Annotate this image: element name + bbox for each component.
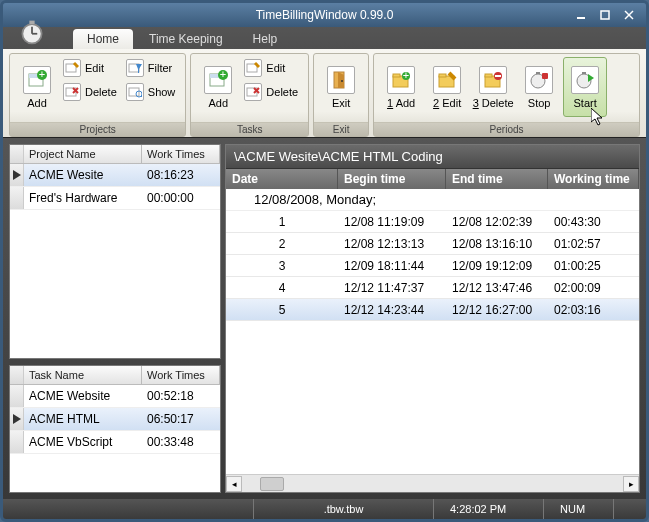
work-time-cell: 08:16:23	[142, 168, 220, 182]
label: Exit	[332, 97, 350, 109]
projects-delete-button[interactable]: Delete	[61, 81, 122, 103]
status-file: .tbw.tbw	[253, 499, 433, 519]
periods-body[interactable]: 12/08/2008, Monday; 1 12/08 11:19:09 12/…	[226, 189, 639, 474]
label: Add	[209, 97, 229, 109]
tab-help[interactable]: Help	[239, 29, 292, 49]
end-time-cell: 12/09 19:12:09	[446, 259, 548, 273]
scroll-right-arrow[interactable]: ▸	[623, 476, 639, 492]
begin-time-cell: 12/09 18:11:44	[338, 259, 446, 273]
grid-edit-icon	[63, 59, 81, 77]
projects-filter-button[interactable]: Filter	[124, 57, 181, 79]
col-work-times[interactable]: Work Times	[142, 366, 220, 384]
app-stopwatch-icon	[18, 18, 46, 46]
label: 2 Edit	[433, 97, 461, 109]
tasks-add-button[interactable]: + Add	[196, 57, 240, 117]
ribbon: + Add Edit Delete Filter	[3, 49, 646, 137]
task-row[interactable]: ACME VbScript 00:33:48	[10, 431, 220, 454]
periods-header: Date Begin time End time Working time	[226, 169, 639, 189]
exit-door-icon	[327, 66, 355, 94]
tasks-delete-button[interactable]: Delete	[242, 81, 303, 103]
task-name-cell: ACME VbScript	[24, 435, 142, 449]
project-row[interactable]: ACME Wesite 08:16:23	[10, 164, 220, 187]
svg-marker-51	[13, 170, 21, 180]
task-row[interactable]: ACME HTML 06:50:17	[10, 408, 220, 431]
label: Start	[574, 97, 597, 109]
period-row[interactable]: 3 12/09 18:11:44 12/09 19:12:09 01:00:25	[226, 255, 639, 277]
exit-button[interactable]: Exit	[319, 57, 363, 117]
date-group-header[interactable]: 12/08/2008, Monday;	[226, 189, 639, 211]
svg-rect-42	[485, 74, 492, 77]
period-index-cell: 1	[226, 215, 338, 229]
folder-delete-icon	[479, 66, 507, 94]
ribbon-tabs: Home Time Keeping Help	[3, 27, 646, 49]
project-name-cell: Fred's Hardware	[24, 191, 142, 205]
ribbon-group-periods: + 1 Add 2 Edit 3 Delete Stop Start	[373, 53, 640, 137]
status-bar: .tbw.tbw 4:28:02 PM NUM	[3, 499, 646, 519]
label: Filter	[148, 62, 172, 74]
projects-add-button[interactable]: + Add	[15, 57, 59, 117]
col-end-time[interactable]: End time	[446, 169, 548, 189]
col-begin-time[interactable]: Begin time	[338, 169, 446, 189]
tab-time-keeping[interactable]: Time Keeping	[135, 29, 237, 49]
group-label: Periods	[374, 122, 639, 136]
breadcrumb: \ACME Wesite\ACME HTML Coding	[226, 145, 639, 169]
tasks-grid[interactable]: Task Name Work Times ACME Website 00:52:…	[9, 365, 221, 493]
period-row[interactable]: 1 12/08 11:19:09 12/08 12:02:39 00:43:30	[226, 211, 639, 233]
label: Delete	[85, 86, 117, 98]
col-work-times[interactable]: Work Times	[142, 145, 220, 163]
maximize-button[interactable]	[594, 7, 616, 23]
group-label: Tasks	[191, 122, 308, 136]
task-row[interactable]: ACME Website 00:52:18	[10, 385, 220, 408]
close-button[interactable]	[618, 7, 640, 23]
projects-edit-button[interactable]: Edit	[61, 57, 122, 79]
content-area: Project Name Work Times ACME Wesite 08:1…	[3, 138, 646, 499]
horizontal-scrollbar[interactable]: ◂ ▸	[226, 474, 639, 492]
row-indicator	[10, 385, 24, 407]
tasks-edit-button[interactable]: Edit	[242, 57, 303, 79]
minimize-button[interactable]	[570, 7, 592, 23]
periods-add-button[interactable]: + 1 Add	[379, 57, 423, 117]
label: Add	[27, 97, 47, 109]
grid-edit-icon	[244, 59, 262, 77]
period-row[interactable]: 2 12/08 12:13:13 12/08 13:16:10 01:02:57	[226, 233, 639, 255]
period-row[interactable]: 5 12/12 14:23:44 12/12 16:27:00 02:03:16	[226, 299, 639, 321]
period-index-cell: 2	[226, 237, 338, 251]
end-time-cell: 12/12 16:27:00	[446, 303, 548, 317]
label: 3 Delete	[473, 97, 514, 109]
svg-rect-44	[495, 75, 501, 77]
ribbon-group-tasks: + Add Edit Delete Tasks	[190, 53, 309, 137]
projects-show-button[interactable]: Show	[124, 81, 181, 103]
grid-add-icon: +	[23, 66, 51, 94]
svg-rect-35	[393, 74, 400, 77]
svg-rect-0	[577, 17, 585, 19]
project-row[interactable]: Fred's Hardware 00:00:00	[10, 187, 220, 210]
ribbon-area: Home Time Keeping Help + Add Edit Dele	[3, 27, 646, 138]
projects-grid[interactable]: Project Name Work Times ACME Wesite 08:1…	[9, 144, 221, 359]
tab-home[interactable]: Home	[73, 29, 133, 49]
status-empty	[613, 499, 646, 519]
col-date[interactable]: Date	[226, 169, 338, 189]
periods-panel: \ACME Wesite\ACME HTML Coding Date Begin…	[225, 144, 640, 493]
work-time-cell: 06:50:17	[142, 412, 220, 426]
periods-delete-button[interactable]: 3 Delete	[471, 57, 515, 117]
begin-time-cell: 12/08 11:19:09	[338, 215, 446, 229]
svg-marker-52	[13, 414, 21, 424]
svg-point-33	[341, 80, 343, 82]
col-project-name[interactable]: Project Name	[24, 145, 142, 163]
scroll-left-arrow[interactable]: ◂	[226, 476, 242, 492]
row-indicator	[10, 431, 24, 453]
periods-edit-button[interactable]: 2 Edit	[425, 57, 469, 117]
working-time-cell: 02:03:16	[548, 303, 639, 317]
label: Edit	[85, 62, 104, 74]
periods-stop-button[interactable]: Stop	[517, 57, 561, 117]
col-task-name[interactable]: Task Name	[24, 366, 142, 384]
period-row[interactable]: 4 12/12 11:47:37 12/12 13:47:46 02:00:09	[226, 277, 639, 299]
end-time-cell: 12/08 12:02:39	[446, 215, 548, 229]
work-time-cell: 00:33:48	[142, 435, 220, 449]
working-time-cell: 02:00:09	[548, 281, 639, 295]
grid-delete-icon	[244, 83, 262, 101]
col-working-time[interactable]: Working time	[548, 169, 639, 189]
period-index-cell: 3	[226, 259, 338, 273]
periods-start-button[interactable]: Start	[563, 57, 607, 117]
scroll-thumb[interactable]	[260, 477, 284, 491]
